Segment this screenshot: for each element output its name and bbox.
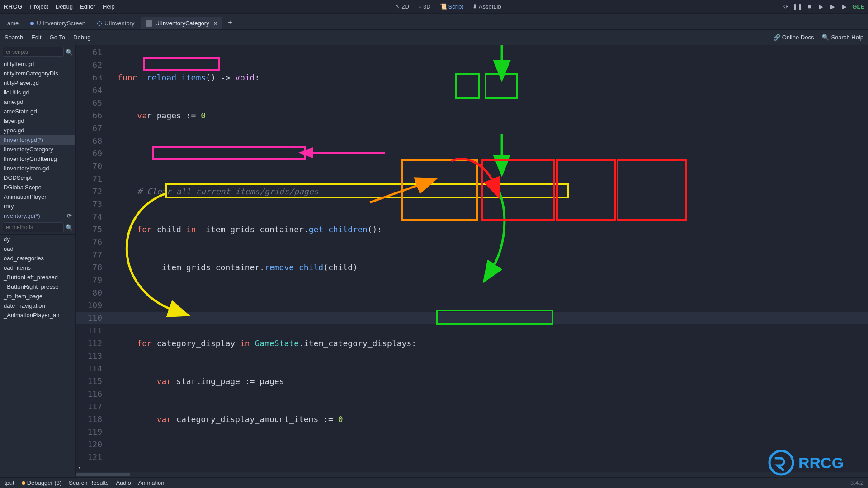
script-item[interactable]: IInventoryGridItem.g — [0, 154, 75, 164]
annotation-arrow-yellow — [126, 185, 216, 321]
annotation-box-pink-pages — [143, 57, 220, 71]
script-item[interactable]: ntityPlayer.gd — [0, 78, 75, 88]
GoTo-menu[interactable]: Go To — [50, 34, 65, 41]
script-item[interactable]: ntityItem.gd — [0, 59, 75, 69]
playtest-reload-icon[interactable]: ⟳ — [782, 3, 790, 11]
pause-icon[interactable]: ❚❚ — [793, 3, 802, 11]
script-item[interactable]: DGlobalScope — [0, 183, 75, 192]
search-icon[interactable]: 🔍 — [66, 224, 73, 231]
method-filter-row: 🔍 — [0, 221, 75, 235]
side-panel: 🔍 ntityItem.gd ntityItemCategoryDis ntit… — [0, 45, 76, 477]
annotation-arrow-pink — [306, 149, 387, 158]
script-item[interactable]: ypes.gd — [0, 126, 75, 135]
annotation-box-green-small-1 — [455, 73, 480, 99]
view-2d-button[interactable]: ↖2D — [395, 3, 409, 10]
online-docs-link[interactable]: 🔗Online Docs — [773, 34, 814, 41]
method-item[interactable]: oad_items — [0, 263, 75, 272]
Edit-menu[interactable]: Edit — [31, 34, 41, 41]
horizontal-scrollbar[interactable] — [76, 472, 868, 477]
play-icon[interactable]: ▶ — [840, 3, 849, 11]
Debug-menu[interactable]: Debug — [73, 34, 90, 41]
method-item[interactable]: _ButtonLeft_pressed — [0, 272, 75, 282]
main-area: 🔍 ntityItem.gd ntityItemCategoryDis ntit… — [0, 45, 868, 477]
menu-help[interactable]: Help — [103, 3, 115, 10]
file-tab-game[interactable]: ame — [2, 17, 24, 29]
annotation-arrow-green-top — [496, 45, 510, 74]
back-button[interactable]: ‹ — [79, 464, 81, 471]
annotation-box-green-starting-page — [436, 310, 553, 325]
status-audio[interactable]: Audio — [116, 479, 131, 486]
script-item[interactable]: IInventoryCategory — [0, 145, 75, 154]
svg-line-3 — [370, 183, 423, 202]
unsaved-circle-icon — [97, 21, 102, 26]
filter-scripts-input[interactable] — [3, 47, 64, 57]
play-custom-icon[interactable]: ▶ — [829, 3, 837, 11]
menu-editor[interactable]: Editor — [80, 3, 95, 10]
view-script-button[interactable]: 📜Script — [440, 3, 463, 10]
code-editor[interactable]: 61 62 63 64 65 66 67 68 69 70 71 72 73 7… — [76, 45, 868, 477]
modified-dot-icon — [30, 22, 34, 25]
script-item[interactable]: rray — [0, 202, 75, 211]
close-icon[interactable]: × — [214, 20, 217, 27]
script-item-selected[interactable]: IInventory.gd(*) — [0, 135, 75, 145]
method-item[interactable]: _to_item_page — [0, 291, 75, 301]
script-item[interactable]: ileUtils.gd — [0, 88, 75, 97]
engine-version: 3.4.2 — [850, 479, 863, 486]
menu-debug[interactable]: Debug — [56, 3, 73, 10]
script-item[interactable]: IInventoryItem.gd — [0, 164, 75, 173]
script-item[interactable]: ame.gd — [0, 97, 75, 107]
logo-text: RRCG — [4, 3, 23, 10]
script-list[interactable]: ntityItem.gd ntityItemCategoryDis ntityP… — [0, 59, 75, 221]
file-tab-uiinventorycategory[interactable]: UIInventoryCategory× — [141, 17, 222, 29]
reload-icon[interactable]: ⟳ — [67, 212, 72, 219]
status-output[interactable]: tput — [5, 479, 14, 486]
script-file-icon — [146, 20, 152, 27]
annotation-box-red-2 — [556, 159, 616, 221]
top-menu-bar: RRCG Project Debug Editor Help ↖2D ⬦3D 📜… — [0, 0, 868, 14]
script-item[interactable]: ameState.gd — [0, 107, 75, 116]
method-item[interactable]: dy — [0, 235, 75, 244]
script-file-tab-bar: ame UIInventoryScreen UIInventory UIInve… — [0, 14, 868, 30]
new-tab-button[interactable]: + — [223, 16, 236, 29]
annotation-arrow-orange — [370, 181, 429, 208]
renderer-label[interactable]: GLE — [852, 3, 864, 10]
method-item[interactable]: date_navigation — [0, 301, 75, 310]
search-icon: 🔍 — [822, 34, 829, 41]
annotation-box-red-3 — [617, 159, 687, 221]
status-animation[interactable]: Animation — [138, 479, 165, 486]
script-item[interactable]: layer.gd — [0, 116, 75, 126]
method-item[interactable]: oad_categories — [0, 253, 75, 263]
annotation-arrow-red — [451, 158, 505, 194]
warning-dot-icon — [22, 481, 25, 485]
script-item[interactable]: DGDScript — [0, 173, 75, 183]
method-item[interactable]: oad — [0, 244, 75, 253]
filter-methods-input[interactable] — [3, 222, 64, 232]
status-bar: tput Debugger (3) Search Results Audio A… — [0, 477, 868, 488]
script-filter-row: 🔍 — [0, 45, 75, 59]
script-item[interactable]: ntityItemCategoryDis — [0, 69, 75, 78]
script-item[interactable]: nventory.gd(*)⟳ — [0, 211, 75, 221]
method-item[interactable]: _AnimationPlayer_an — [0, 310, 75, 320]
annotation-box-green-small-2 — [485, 73, 518, 99]
line-number-gutter: 61 62 63 64 65 66 67 68 69 70 71 72 73 7… — [76, 45, 108, 464]
view-3d-button[interactable]: ⬦3D — [418, 3, 431, 10]
method-list[interactable]: dy oad oad_categories oad_items _ButtonL… — [0, 235, 75, 477]
file-tab-uiinventoryscreen[interactable]: UIInventoryScreen — [25, 17, 91, 29]
view-assetlib-button[interactable]: ⬇AssetLib — [472, 3, 501, 10]
annotation-box-pink-starting-page — [152, 146, 306, 160]
script-item[interactable]: AnimationPlayer — [0, 192, 75, 202]
play-scene-icon[interactable]: ▶ — [817, 3, 825, 11]
menu-project[interactable]: Project — [30, 3, 48, 10]
stop-icon[interactable]: ■ — [805, 3, 813, 11]
method-item[interactable]: _ButtonRight_presse — [0, 282, 75, 291]
file-tab-uiinventory[interactable]: UIInventory — [92, 17, 140, 29]
status-debugger[interactable]: Debugger (3) — [22, 479, 62, 486]
script-toolbar: Search Edit Go To Debug 🔗Online Docs 🔍Se… — [0, 30, 868, 45]
Search-menu[interactable]: Search — [5, 34, 23, 41]
search-icon[interactable]: 🔍 — [66, 49, 73, 56]
link-icon: 🔗 — [773, 34, 780, 41]
status-search-results[interactable]: Search Results — [69, 479, 108, 486]
search-help-link[interactable]: 🔍Search Help — [822, 34, 863, 41]
